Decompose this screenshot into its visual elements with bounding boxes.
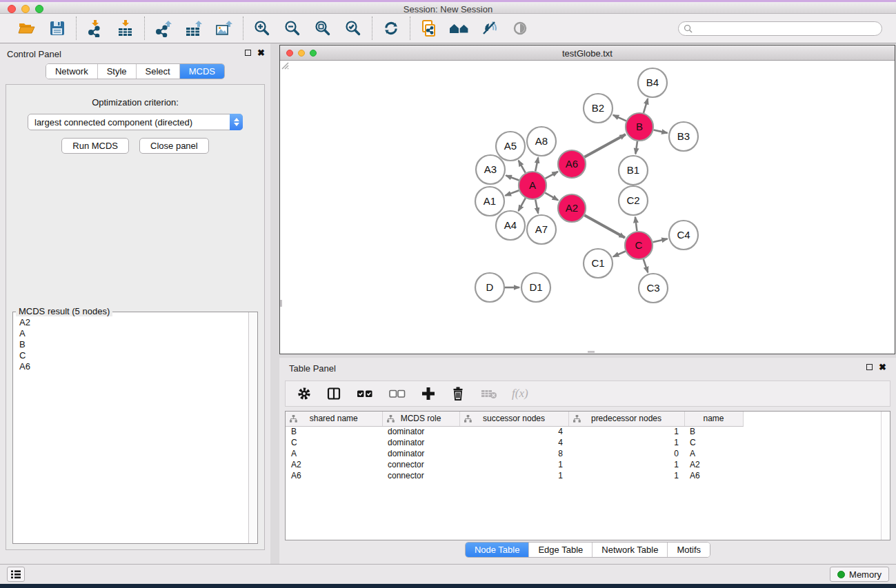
graph-edge-A-A6[interactable] — [545, 172, 557, 179]
column-header-name[interactable]: name — [684, 412, 743, 426]
graph-node-A1[interactable]: A1 — [475, 187, 504, 216]
table-cell[interactable]: 1 — [459, 459, 568, 470]
table-cell[interactable]: A — [684, 448, 743, 459]
graph-edge-A-A1[interactable] — [506, 190, 519, 195]
hide-graphics-details-button[interactable] — [479, 17, 501, 39]
column-header-MCDS-role[interactable]: MCDS role — [382, 412, 459, 426]
graph-node-B4[interactable]: B4 — [638, 68, 667, 97]
column-header-predecessor-nodes[interactable]: predecessor nodes — [568, 412, 684, 426]
table-cell[interactable]: B — [684, 426, 743, 437]
import-network-button[interactable] — [84, 17, 106, 39]
search-input[interactable] — [696, 23, 877, 33]
table-cell[interactable]: 4 — [459, 426, 568, 437]
open-session-button[interactable] — [16, 17, 38, 39]
table-cell[interactable]: B — [286, 426, 382, 437]
network-graph[interactable]: AA1A2A3A4A5A6A7A8BB1B2B3B4CC1C2C3C4DD1 — [280, 61, 895, 353]
table-cell[interactable]: 1 — [459, 470, 568, 481]
column-header-successor-nodes[interactable]: successor nodes — [459, 412, 568, 426]
graph-node-D[interactable]: D — [475, 273, 504, 302]
graph-node-D1[interactable]: D1 — [521, 273, 550, 302]
close-table-panel-icon[interactable]: ✖ — [879, 363, 886, 371]
graph-node-B2[interactable]: B2 — [584, 94, 613, 123]
search-box[interactable] — [678, 21, 882, 36]
tab-network-table[interactable]: Network Table — [592, 543, 667, 557]
task-history-button[interactable] — [7, 567, 25, 582]
table-cell[interactable]: connector — [382, 470, 459, 481]
add-row-button[interactable] — [420, 385, 437, 402]
export-network-button[interactable] — [152, 17, 175, 39]
float-panel-icon[interactable] — [245, 50, 251, 56]
graph-edge-C-C3[interactable] — [644, 259, 648, 272]
graph-edge-B-B4[interactable] — [644, 99, 648, 113]
select-all-button[interactable] — [355, 385, 375, 402]
graph-node-B[interactable]: B — [626, 113, 653, 141]
zoom-out-button[interactable] — [281, 17, 303, 39]
deselect-all-button[interactable] — [388, 385, 407, 402]
table-cell[interactable]: dominator — [382, 437, 459, 448]
mcds-result-item[interactable]: B — [19, 339, 251, 350]
graph-edge-B-B2[interactable] — [613, 115, 626, 121]
resize-grip-bottom[interactable] — [588, 351, 595, 353]
network-canvas[interactable]: AA1A2A3A4A5A6A7A8BB1B2B3B4CC1C2C3C4DD1 — [280, 61, 895, 353]
graph-edge-A-A2[interactable] — [545, 193, 558, 201]
show-columns-button[interactable] — [326, 385, 342, 402]
import-table-button[interactable] — [115, 17, 137, 39]
result-scrollbar[interactable] — [248, 312, 257, 543]
graph-node-A3[interactable]: A3 — [476, 155, 505, 184]
table-cell[interactable]: 1 — [568, 459, 684, 470]
graph-node-C[interactable]: C — [625, 232, 653, 259]
graph-edge-C-C1[interactable] — [613, 251, 626, 256]
table-cell[interactable]: dominator — [382, 426, 459, 437]
graph-edge-A-A5[interactable] — [519, 161, 526, 173]
table-cell[interactable]: A6 — [684, 470, 743, 481]
close-panel-icon[interactable]: ✖ — [257, 49, 265, 57]
refresh-button[interactable] — [380, 17, 402, 39]
graph-edge-B-B3[interactable] — [654, 130, 668, 132]
graph-edge-B-B1[interactable] — [635, 141, 637, 154]
float-table-panel-icon[interactable] — [866, 364, 873, 370]
table-cell[interactable]: connector — [382, 459, 459, 470]
graph-node-A[interactable]: A — [519, 172, 546, 199]
table-cell[interactable]: A — [286, 448, 382, 459]
table-cell[interactable]: 8 — [459, 448, 568, 459]
tab-network[interactable]: Network — [46, 64, 97, 79]
table-cell[interactable]: 1 — [568, 426, 684, 437]
graph-node-C4[interactable]: C4 — [669, 221, 698, 250]
graph-edge-A-A7[interactable] — [535, 200, 538, 214]
mcds-result-item[interactable]: A6 — [19, 361, 251, 372]
tab-node-table[interactable]: Node Table — [466, 543, 529, 557]
resize-grip-corner[interactable] — [280, 61, 289, 70]
graph-node-B1[interactable]: B1 — [619, 156, 648, 185]
node-table[interactable]: shared nameMCDS rolesuccessor nodesprede… — [286, 412, 744, 481]
table-row[interactable]: Bdominator41B — [286, 426, 743, 437]
table-cell[interactable]: 4 — [459, 437, 568, 448]
graph-edge-A2-C[interactable] — [584, 215, 625, 238]
birds-eye-view-button[interactable] — [448, 17, 470, 39]
graph-edge-A-A4[interactable] — [519, 198, 526, 211]
graph-node-B3[interactable]: B3 — [669, 122, 698, 151]
mcds-result-item[interactable]: A2 — [19, 317, 251, 328]
zoom-selected-button[interactable] — [342, 17, 364, 39]
delete-row-button[interactable] — [450, 385, 466, 402]
table-cell[interactable]: A6 — [286, 470, 382, 481]
memory-button[interactable]: Memory — [830, 567, 889, 582]
graph-edge-A6-B[interactable] — [584, 134, 625, 157]
function-builder-button[interactable]: f(x) — [512, 387, 528, 401]
graph-node-A2[interactable]: A2 — [558, 194, 586, 222]
show-graphics-details-button[interactable] — [509, 17, 531, 39]
save-session-button[interactable] — [46, 17, 68, 39]
tab-mcds[interactable]: MCDS — [179, 64, 224, 79]
table-row[interactable]: A6connector11A6 — [286, 470, 743, 481]
resize-grip-left[interactable] — [280, 300, 282, 307]
table-cell[interactable]: 1 — [568, 470, 684, 481]
graph-node-C3[interactable]: C3 — [639, 274, 668, 303]
tab-motifs[interactable]: Motifs — [667, 543, 710, 557]
run-mcds-button[interactable]: Run MCDS — [61, 138, 129, 154]
network-window-titlebar[interactable]: testGlobe.txt — [280, 45, 895, 61]
table-cell[interactable]: dominator — [382, 448, 459, 459]
graph-node-A6[interactable]: A6 — [558, 150, 586, 178]
column-header-shared-name[interactable]: shared name — [286, 412, 382, 426]
mcds-result-item[interactable]: A — [19, 328, 251, 339]
table-cell[interactable]: C — [286, 437, 382, 448]
graph-node-C1[interactable]: C1 — [584, 249, 613, 278]
